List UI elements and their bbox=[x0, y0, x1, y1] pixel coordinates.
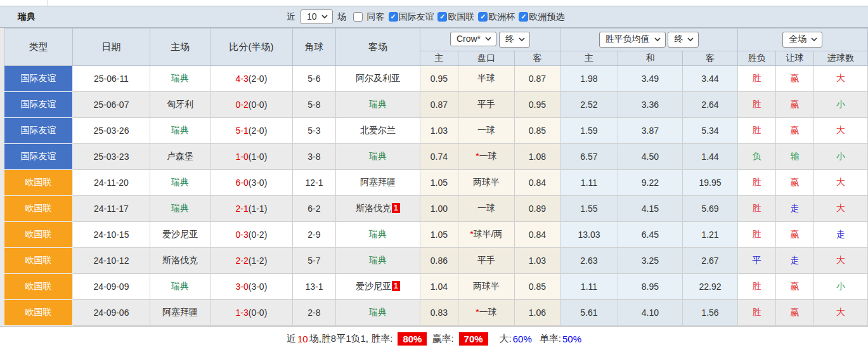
sub-header-goals: 进球数 bbox=[813, 51, 867, 66]
competition-label: 欧洲杯 bbox=[488, 11, 515, 23]
away-team-name: 阿尔及利亚 bbox=[356, 73, 400, 83]
match-type-cell: 国际友谊 bbox=[4, 118, 72, 144]
col-header-away: 客场 bbox=[335, 29, 420, 66]
match-row: 国际友谊 25-03-23 卢森堡 1-0(1-0) 3-8 瑞典 0.74 *… bbox=[4, 144, 867, 170]
competition-checkbox[interactable]: ✓ bbox=[389, 12, 398, 22]
result-scope-select[interactable]: 全场 bbox=[782, 32, 822, 48]
half-time-score: (0-0) bbox=[249, 308, 268, 318]
win-rate-badge: 80% bbox=[398, 332, 427, 346]
asia-away-odds-cell: 1.08 bbox=[514, 144, 560, 170]
summary-count: 10 bbox=[297, 334, 308, 344]
asia-home-odds-cell: 0.87 bbox=[420, 92, 458, 118]
euro-draw-odds-cell: 6.45 bbox=[618, 222, 682, 248]
euro-draw-odds-cell: 3.25 bbox=[618, 248, 682, 274]
match-row: 欧国联 24-11-20 瑞典 6-0(3-0) 12-1 阿塞拜疆 1.05 … bbox=[4, 170, 867, 196]
single-rate-value: 50% bbox=[562, 334, 581, 344]
euro-home-odds-cell: 1.55 bbox=[560, 196, 618, 222]
away-team-name: 斯洛伐克 bbox=[356, 203, 391, 213]
result-cell: 平 bbox=[737, 248, 775, 274]
dropdown-arrow-icon bbox=[811, 37, 817, 41]
recent-count-select[interactable]: 10 bbox=[301, 10, 333, 24]
score-cell: 2-2(1-2) bbox=[210, 248, 292, 274]
away-team-cell: 斯洛伐克1 bbox=[335, 196, 420, 222]
home-team-cell: 瑞典 bbox=[150, 274, 210, 300]
full-time-score: 4-3 bbox=[236, 74, 249, 84]
handicap-value: 平手 bbox=[477, 255, 495, 265]
bookmaker-select[interactable]: Crow* bbox=[450, 32, 496, 46]
competition-label: 欧国联 bbox=[448, 11, 474, 23]
euro-odds-time-select[interactable]: 终 bbox=[668, 32, 699, 48]
away-team-cell: 阿塞拜疆 bbox=[335, 170, 420, 196]
corners-cell: 3-8 bbox=[292, 144, 335, 170]
goals-result-cell: 大 bbox=[813, 300, 867, 326]
full-time-score: 1-0 bbox=[236, 152, 249, 162]
match-type-cell: 欧国联 bbox=[4, 196, 72, 222]
euro-draw-odds-cell: 4.10 bbox=[618, 300, 682, 326]
match-row: 欧国联 24-09-06 阿塞拜疆 1-3(0-0) 2-8 瑞典 0.83 *… bbox=[4, 300, 867, 326]
match-type-cell: 欧国联 bbox=[4, 274, 72, 300]
handicap-result-cell: 走 bbox=[775, 196, 813, 222]
handicap-value: 一球 bbox=[477, 203, 495, 213]
half-time-score: (3-0) bbox=[249, 178, 268, 188]
match-table-body: 国际友谊 25-06-11 瑞典 4-3(2-0) 5-6 阿尔及利亚 0.95… bbox=[4, 66, 867, 326]
away-team-name: 瑞典 bbox=[369, 99, 387, 109]
euro-odds-time-value: 终 bbox=[674, 34, 683, 45]
away-team-cell: 瑞典 bbox=[335, 300, 420, 326]
handicap-result-cell: 走 bbox=[775, 248, 813, 274]
sub-header-result: 胜负 bbox=[737, 51, 775, 66]
corners-cell: 2-8 bbox=[292, 300, 335, 326]
handicap-value: 球半/两 bbox=[474, 229, 503, 239]
asia-home-odds-cell: 1.03 bbox=[420, 118, 458, 144]
competition-checkbox[interactable]: ✓ bbox=[478, 12, 488, 22]
away-team-cell: 瑞典 bbox=[335, 92, 420, 118]
euro-home-odds-cell: 6.57 bbox=[560, 144, 618, 170]
home-team-name: 瑞典 bbox=[171, 203, 189, 213]
match-date-cell: 24-09-06 bbox=[72, 300, 150, 326]
handicap-value: 一球 bbox=[477, 125, 495, 135]
handicap-value: 一球 bbox=[479, 151, 497, 161]
euro-home-odds-cell: 1.11 bbox=[560, 274, 618, 300]
match-date-cell: 25-03-23 bbox=[72, 144, 150, 170]
handicap-result-cell: 赢 bbox=[775, 170, 813, 196]
handicap-result-cell: 赢 bbox=[775, 118, 813, 144]
result-cell: 胜 bbox=[737, 274, 775, 300]
corners-cell: 5-3 bbox=[292, 118, 335, 144]
away-team-name: 瑞典 bbox=[369, 229, 387, 239]
col-header-score: 比分(半场) bbox=[210, 29, 292, 66]
bookmaker-value: Crow* bbox=[457, 34, 481, 44]
match-date-cell: 24-10-12 bbox=[72, 248, 150, 274]
full-time-score: 5-1 bbox=[236, 126, 249, 136]
match-row: 欧国联 24-09-09 瑞典 3-0(3-0) 13-1 爱沙尼亚1 1.04… bbox=[4, 274, 867, 300]
home-team-name: 瑞典 bbox=[171, 125, 189, 135]
home-team-cell: 瑞典 bbox=[150, 170, 210, 196]
match-date-cell: 24-10-15 bbox=[72, 222, 150, 248]
euro-away-odds-cell: 3.44 bbox=[682, 66, 737, 92]
odds-type-select[interactable]: 胜平负均值 bbox=[599, 32, 666, 48]
asia-home-odds-cell: 0.83 bbox=[420, 300, 458, 326]
asia-odds-time-select[interactable]: 终 bbox=[499, 32, 530, 48]
same-venue-checkbox[interactable] bbox=[353, 12, 363, 22]
match-row: 欧国联 24-10-12 斯洛伐克 2-2(1-2) 5-7 瑞典 0.86 平… bbox=[4, 248, 867, 274]
home-team-cell: 斯洛伐克 bbox=[150, 248, 210, 274]
euro-away-odds-cell: 22.92 bbox=[682, 274, 737, 300]
corners-cell: 5-8 bbox=[292, 92, 335, 118]
dropdown-arrow-icon bbox=[519, 37, 525, 41]
asia-away-odds-cell: 0.85 bbox=[514, 274, 560, 300]
competition-checkbox[interactable]: ✓ bbox=[437, 12, 447, 22]
half-time-score: (3-0) bbox=[249, 282, 268, 292]
handicap-result-cell: 赢 bbox=[775, 274, 813, 300]
competition-checkbox[interactable]: ✓ bbox=[519, 12, 528, 22]
result-scope-value: 全场 bbox=[789, 34, 806, 45]
asia-away-odds-cell: 0.89 bbox=[514, 196, 560, 222]
goals-result-cell: 大 bbox=[813, 248, 867, 274]
goals-result-cell: 小 bbox=[813, 144, 867, 170]
away-team-cell: 爱沙尼亚1 bbox=[335, 274, 420, 300]
euro-away-odds-cell: 1.21 bbox=[682, 222, 737, 248]
asia-away-odds-cell: 0.95 bbox=[514, 92, 560, 118]
euro-draw-odds-cell: 8.95 bbox=[618, 274, 682, 300]
dropdown-arrow-icon bbox=[485, 37, 491, 41]
corners-cell: 2-9 bbox=[292, 222, 335, 248]
score-cell: 0-3(0-2) bbox=[210, 222, 292, 248]
euro-home-odds-cell: 5.61 bbox=[560, 300, 618, 326]
dropdown-arrow-icon bbox=[321, 15, 328, 18]
